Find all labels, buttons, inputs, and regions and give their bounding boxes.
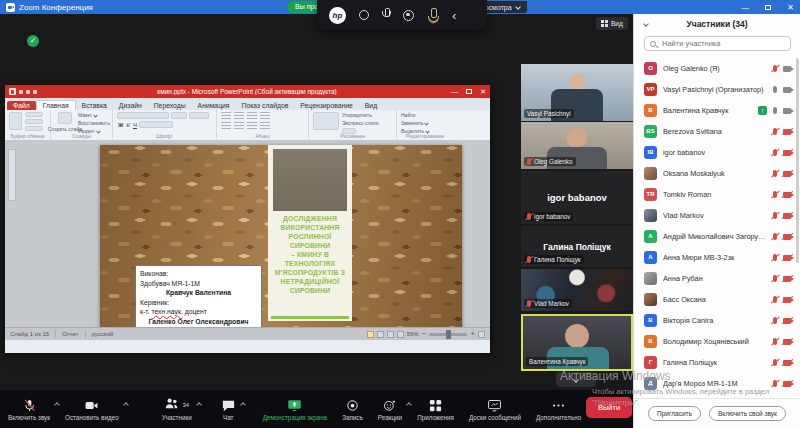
tab-slideshow[interactable]: Показ слайдов <box>236 101 295 110</box>
zoom-slider[interactable] <box>429 333 467 336</box>
whiteboards-button[interactable]: Доски сообщений <box>469 398 521 421</box>
align-center-button[interactable] <box>234 122 244 130</box>
fit-slide-button[interactable] <box>478 331 485 338</box>
align-left-button[interactable] <box>221 122 231 130</box>
participant-row[interactable]: Oksana Moskalyuk <box>634 163 800 184</box>
participant-row[interactable]: Анна Рубан <box>634 268 800 289</box>
justify-button[interactable] <box>260 122 270 130</box>
video-tile[interactable]: Vlad Markov <box>521 269 633 311</box>
participant-row[interactable]: IB igor babanov <box>634 142 800 163</box>
tab-home[interactable]: Главная <box>36 100 76 110</box>
tab-design[interactable]: Дизайн <box>113 101 148 110</box>
sorter-view-button[interactable] <box>377 331 384 338</box>
spacing-button[interactable] <box>260 112 270 120</box>
participant-row[interactable]: Г Галина Поліщук <box>634 352 800 373</box>
font-grow-shrink[interactable] <box>189 112 209 119</box>
search-input[interactable] <box>660 38 785 49</box>
reactions-options-chevron[interactable] <box>406 402 412 408</box>
circle-icon[interactable] <box>359 10 369 20</box>
participant-row[interactable]: Басс Оксана <box>634 289 800 310</box>
font-name-box[interactable] <box>117 112 169 119</box>
outline-pane[interactable] <box>8 149 16 201</box>
chat-options-chevron[interactable] <box>240 402 246 408</box>
new-slide-button[interactable] <box>58 112 72 124</box>
audio-options-chevron[interactable] <box>54 402 60 408</box>
maximize-icon[interactable] <box>765 5 771 10</box>
underline-button[interactable]: Ч <box>132 122 138 128</box>
tab-insert[interactable]: Вставка <box>76 101 113 110</box>
unmute-audio-button[interactable]: Включить звук <box>8 398 50 421</box>
shapes-gallery[interactable] <box>313 112 339 130</box>
reactions-button[interactable]: Реакции <box>378 398 402 421</box>
participant-row[interactable]: O Oleg Galenko (Я) <box>634 58 800 79</box>
close-icon[interactable]: ✕ <box>787 3 794 12</box>
cut-button[interactable] <box>25 112 43 117</box>
stop-video-button[interactable]: Остановить видео <box>65 398 119 421</box>
bold-button[interactable]: Ж <box>117 122 124 128</box>
tab-transitions[interactable]: Переходы <box>148 101 192 110</box>
italic-button[interactable]: К <box>125 122 131 128</box>
participant-row[interactable]: BS Berezova Svitlana <box>634 121 800 142</box>
unmute-self-button[interactable]: Включить свой звук <box>709 406 786 421</box>
video-tile[interactable]: Vasyl Pasichnyi <box>521 64 633 121</box>
video-tile[interactable]: Галина Поліщук Галина Поліщук <box>521 226 633 267</box>
view-layout-button[interactable]: Вид <box>596 17 628 30</box>
slide-canvas[interactable]: ДОСЛІДЖЕННЯ ВИКОРИСТАННЯ РОСЛИННОЇ СИРОВ… <box>100 145 462 337</box>
participant-row[interactable]: B Валентина Кравчук <box>634 100 800 121</box>
tab-view[interactable]: Вид <box>359 101 383 110</box>
copy-button[interactable] <box>25 119 43 124</box>
format-painter-button[interactable] <box>25 126 43 131</box>
bullets-button[interactable] <box>221 112 231 120</box>
collapse-video-strip-button[interactable] <box>556 372 596 387</box>
participant-row[interactable]: B Володимир Хоцянівський <box>634 331 800 352</box>
record-button[interactable]: Запись <box>342 398 363 421</box>
indent-button[interactable] <box>247 112 257 120</box>
zoom-out-button[interactable]: − <box>422 330 427 338</box>
font-effects[interactable] <box>139 121 173 128</box>
participant-row[interactable]: B Вікторія Canira <box>634 310 800 331</box>
numbering-button[interactable] <box>234 112 244 120</box>
video-tile-active-speaker[interactable]: Валентина Кравчук <box>521 314 633 371</box>
video-tile[interactable]: Oleg Galenko <box>521 122 633 169</box>
normal-view-button[interactable] <box>367 331 374 338</box>
participant-row[interactable]: Vlad Markov <box>634 205 800 226</box>
video-options-chevron[interactable] <box>123 402 129 408</box>
font-size-box[interactable] <box>171 112 187 119</box>
invite-button[interactable]: Пригласить <box>648 406 701 421</box>
microphone-icon[interactable] <box>382 8 390 22</box>
replace-button[interactable]: Заменить <box>401 120 429 126</box>
participant-row[interactable]: TR Tomkiv Roman <box>634 184 800 205</box>
ppt-maximize-icon[interactable] <box>466 89 472 94</box>
share-screen-button[interactable]: Демонстрация экрана <box>263 398 327 421</box>
align-right-button[interactable] <box>247 122 257 130</box>
record-icon[interactable] <box>403 10 414 21</box>
find-button[interactable]: Найти <box>401 112 429 118</box>
tab-animation[interactable]: Анимация <box>192 101 236 110</box>
ppt-close-icon[interactable]: ✕ <box>480 88 486 96</box>
participants-button[interactable]: 34 Участники <box>162 398 192 421</box>
leave-meeting-button[interactable]: Выйти <box>586 397 632 418</box>
tab-file[interactable]: Файл <box>7 101 36 110</box>
video-tile[interactable]: igor babanov igor babanov <box>521 171 633 224</box>
reading-view-button[interactable] <box>387 331 394 338</box>
participant-search[interactable] <box>644 36 791 51</box>
participant-row[interactable]: Д Дар'я Мороз МЯ-1-1М <box>634 373 800 394</box>
apps-button[interactable]: Приложения <box>417 398 454 421</box>
ppt-minimize-icon[interactable]: — <box>451 88 458 95</box>
paste-button[interactable] <box>9 112 22 130</box>
participant-row[interactable]: A Анна Мюри МВ-3-2зк <box>634 247 800 268</box>
slideshow-view-button[interactable] <box>397 331 404 338</box>
participants-options-chevron[interactable] <box>196 402 202 408</box>
participant-row[interactable]: A Андрій Миколайович Загорул... <box>634 226 800 247</box>
zoom-in-button[interactable]: + <box>470 330 475 338</box>
chevron-down-icon[interactable] <box>643 21 649 27</box>
quick-access-toolbar[interactable] <box>19 90 37 94</box>
more-button[interactable]: Дополнительно <box>536 398 581 421</box>
microphone-waves-icon[interactable] <box>427 8 439 23</box>
participant-row[interactable]: VP Vasyl Pasichnyi (Организатор) <box>634 79 800 100</box>
tab-review[interactable]: Рецензирование <box>294 101 358 110</box>
chat-button[interactable]: Чат <box>221 398 236 421</box>
minimize-icon[interactable]: — <box>741 3 749 12</box>
scrollbar[interactable] <box>796 58 799 263</box>
collapse-back-icon[interactable]: ‹ <box>452 9 456 22</box>
